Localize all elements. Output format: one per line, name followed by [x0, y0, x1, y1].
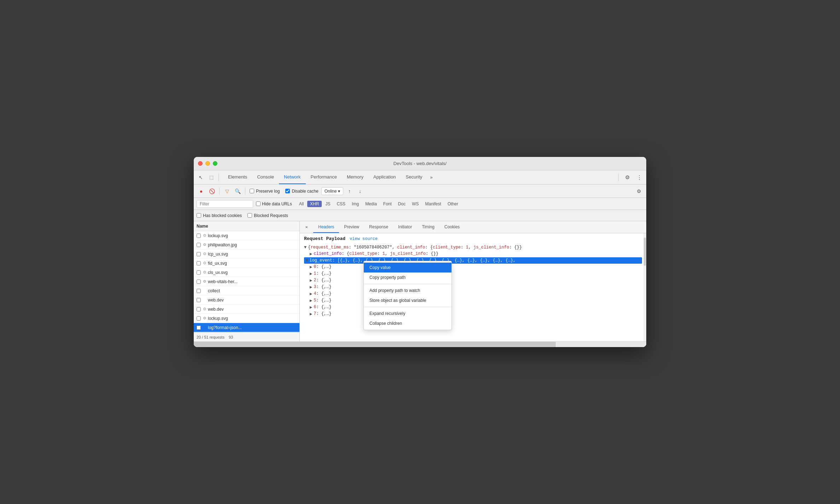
payload-log-event-line[interactable]: ▼ log_event: [{…}, {…}, {…}, {…}, {…}, {…: [304, 257, 642, 264]
file-checkbox[interactable]: [197, 261, 201, 265]
tab-security[interactable]: Security: [401, 170, 427, 184]
minimize-button[interactable]: [205, 161, 210, 166]
file-checkbox[interactable]: [197, 326, 201, 330]
payload-item-6[interactable]: ▶ 6: {,…}: [304, 304, 642, 311]
filter-img[interactable]: Img: [349, 201, 362, 207]
context-menu-expand-recursively[interactable]: Expand recursively: [364, 309, 451, 318]
payload-item-1[interactable]: ▶ 1: {,…}: [304, 270, 642, 277]
tab-network[interactable]: Network: [279, 170, 306, 184]
filter-all[interactable]: All: [296, 201, 307, 207]
toolbar-settings-btn[interactable]: ⚙: [634, 187, 643, 196]
tab-cookies[interactable]: Cookies: [439, 221, 465, 233]
toggle-icon[interactable]: ▶: [310, 291, 312, 297]
detail-close-button[interactable]: ×: [303, 223, 310, 231]
file-checkbox[interactable]: [197, 289, 201, 293]
download-button[interactable]: ↓: [355, 187, 364, 196]
toggle-icon[interactable]: ▶: [310, 251, 312, 257]
disable-cache-label[interactable]: Disable cache: [285, 189, 318, 194]
list-item[interactable]: ⚙ web.dev: [194, 295, 299, 305]
tab-timing[interactable]: Timing: [417, 221, 439, 233]
payload-item-4[interactable]: ▶ 4: {,…}: [304, 291, 642, 297]
toggle-icon[interactable]: ▶: [310, 305, 312, 310]
maximize-button[interactable]: [213, 161, 217, 166]
context-menu-collapse-children[interactable]: Collapse children: [364, 318, 451, 328]
list-item[interactable]: ⚙ lcp_ux.svg: [194, 250, 299, 259]
settings-nav-btn[interactable]: ⚙: [622, 172, 632, 182]
blocked-requests-checkbox[interactable]: [247, 213, 252, 218]
hide-data-urls-checkbox[interactable]: [256, 201, 261, 206]
filter-media[interactable]: Media: [362, 201, 380, 207]
payload-item-0[interactable]: ▶ 0: {,…}: [304, 264, 642, 270]
filter-input[interactable]: [197, 200, 253, 208]
filter-font[interactable]: Font: [380, 201, 395, 207]
online-select[interactable]: Online ▾: [321, 187, 344, 195]
tab-headers[interactable]: Headers: [313, 221, 339, 233]
toggle-icon[interactable]: ▶: [310, 278, 312, 283]
list-item[interactable]: ⚙ lockup.svg: [194, 231, 299, 240]
hide-data-urls-label[interactable]: Hide data URLs: [256, 201, 292, 206]
search-button[interactable]: 🔍: [233, 187, 242, 196]
toggle-icon[interactable]: ▶: [310, 271, 312, 276]
payload-item-5[interactable]: ▶ 5: {,…}: [304, 297, 642, 304]
upload-button[interactable]: ↑: [345, 187, 354, 196]
payload-item-2[interactable]: ▶ 2: {,…}: [304, 277, 642, 284]
cursor-icon-btn[interactable]: ↖: [196, 172, 206, 182]
toggle-icon[interactable]: ▶: [310, 285, 312, 290]
record-button[interactable]: ●: [197, 187, 206, 196]
file-checkbox[interactable]: [197, 243, 201, 247]
filter-css[interactable]: CSS: [334, 201, 348, 207]
nav-tab-more[interactable]: »: [427, 170, 436, 184]
tab-response[interactable]: Response: [364, 221, 393, 233]
payload-root-line[interactable]: ▼ {request_time_ms: "1605078406207", cli…: [304, 244, 642, 251]
file-checkbox[interactable]: [197, 234, 201, 238]
filter-manifest[interactable]: Manifest: [422, 201, 444, 207]
detail-scrollbar[interactable]: [643, 233, 646, 341]
more-nav-btn[interactable]: ⋮: [634, 172, 644, 182]
has-blocked-cookies-checkbox[interactable]: [197, 213, 201, 218]
view-source-link[interactable]: view source: [350, 236, 378, 241]
tab-initiator[interactable]: Initiator: [393, 221, 417, 233]
tab-console[interactable]: Console: [252, 170, 279, 184]
disable-cache-checkbox[interactable]: [285, 189, 290, 193]
file-checkbox[interactable]: [197, 298, 201, 302]
toggle-icon[interactable]: ▶: [310, 264, 312, 270]
file-checkbox[interactable]: [197, 307, 201, 311]
filter-js[interactable]: JS: [322, 201, 333, 207]
context-menu-copy-property-path[interactable]: Copy property path: [364, 272, 451, 282]
filter-button[interactable]: ▽: [222, 187, 232, 196]
file-checkbox[interactable]: [197, 252, 201, 256]
payload-item-7[interactable]: ▶ 7: {,…}: [304, 311, 642, 317]
close-button[interactable]: [198, 161, 203, 166]
list-item[interactable]: ⚙ collect: [194, 286, 299, 295]
preserve-log-label[interactable]: Preserve log: [250, 189, 280, 194]
list-item[interactable]: ⚙ fid_ux.svg: [194, 259, 299, 268]
tab-elements[interactable]: Elements: [223, 170, 252, 184]
filter-ws[interactable]: WS: [409, 201, 421, 207]
list-item-active[interactable]: ⚙ log?format=json...: [194, 323, 299, 332]
toggle-icon[interactable]: ▼: [304, 245, 307, 250]
preserve-log-checkbox[interactable]: [250, 189, 254, 193]
toggle-icon[interactable]: ▶: [310, 311, 312, 317]
timeline-scroll-thumb[interactable]: [194, 342, 556, 347]
scrollbar-thumb[interactable]: [644, 238, 646, 266]
toggle-icon[interactable]: ▶: [310, 298, 312, 303]
tab-memory[interactable]: Memory: [342, 170, 368, 184]
tab-application[interactable]: Application: [368, 170, 401, 184]
file-checkbox[interactable]: [197, 280, 201, 284]
list-item[interactable]: ⚙ web-vitals-her...: [194, 277, 299, 286]
timeline-scroll-area[interactable]: [194, 342, 646, 347]
tab-preview[interactable]: Preview: [339, 221, 364, 233]
list-item[interactable]: ⚙ lockup.svg: [194, 314, 299, 323]
payload-client-info-line[interactable]: ▶ client_info: {client_type: 1, js_clien…: [304, 251, 642, 257]
context-menu-store-global[interactable]: Store object as global variable: [364, 295, 451, 305]
context-menu-copy-value[interactable]: Copy value: [364, 263, 451, 272]
filter-other[interactable]: Other: [445, 201, 461, 207]
tab-performance[interactable]: Performance: [306, 170, 342, 184]
file-checkbox[interactable]: [197, 316, 201, 321]
payload-item-3[interactable]: ▶ 3: {,…}: [304, 284, 642, 291]
file-checkbox[interactable]: [197, 270, 201, 275]
list-item[interactable]: ⚙ philipwalton.jpg: [194, 240, 299, 250]
toggle-icon[interactable]: ▼: [305, 258, 308, 263]
list-item[interactable]: ⚙ web.dev: [194, 305, 299, 314]
context-menu-add-property-path[interactable]: Add property path to watch: [364, 286, 451, 295]
